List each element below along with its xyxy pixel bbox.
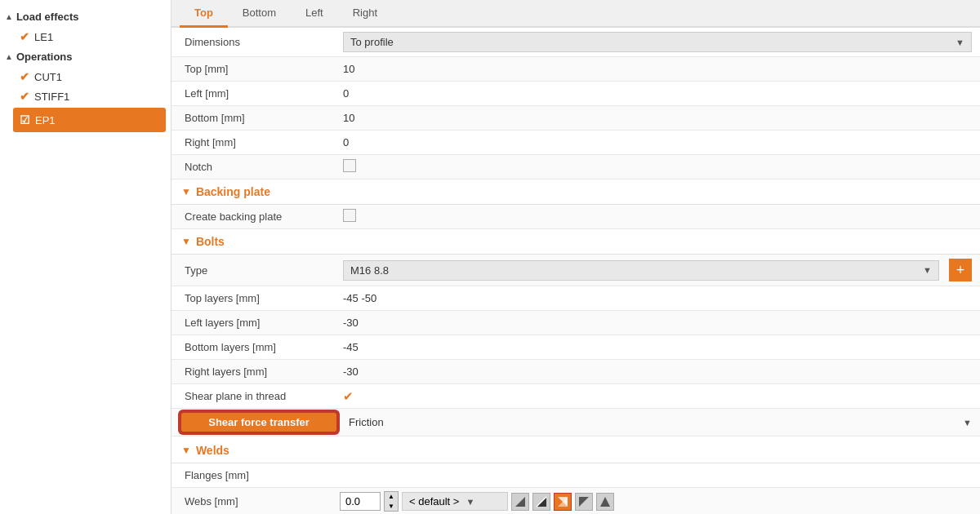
add-bolt-button[interactable]: + (949, 259, 972, 281)
sidebar-item-label-ep1: EP1 (35, 114, 56, 126)
create-backing-row: Create backing plate (172, 205, 980, 229)
create-backing-value (335, 205, 980, 228)
section-triangle-icon: ▼ (181, 186, 191, 197)
top-layers-label: Top layers [mm] (172, 287, 335, 309)
sidebar-section-operations: ▲ Operations ✔ CUT1 ✔ STIFF1 ☑ EP1 ➤ (0, 47, 171, 132)
right-label: Right [mm] (172, 131, 335, 153)
bolt-type-selected: M16 8.8 (350, 264, 389, 277)
arrow-icon: ▲ (5, 12, 13, 21)
sidebar-item-cut1[interactable]: ✔ CUT1 (0, 67, 171, 86)
bottom-row: Bottom [mm] 10 (172, 106, 980, 131)
backing-plate-title: Backing plate (196, 185, 270, 198)
bottom-layers-value[interactable]: -45 (335, 337, 980, 357)
section-triangle-welds-icon: ▼ (181, 445, 191, 456)
shear-force-arrow-icon: ▼ (963, 418, 972, 428)
right-layers-row: Right layers [mm] -30 (172, 360, 980, 384)
shear-plane-value: ✔ (335, 385, 980, 408)
bolt-type-arrow-icon: ▼ (923, 265, 932, 275)
bottom-value[interactable]: 10 (335, 108, 980, 128)
sidebar: ▲ Load effects ✔ LE1 ▲ Operations ✔ CUT1… (0, 0, 172, 514)
sidebar-group-operations[interactable]: ▲ Operations (0, 47, 171, 67)
backing-plate-section: ▼ Backing plate (172, 179, 980, 205)
sidebar-item-ep1[interactable]: ☑ EP1 ➤ (13, 108, 166, 132)
bottom-layers-row: Bottom layers [mm] -45 (172, 335, 980, 360)
tab-left[interactable]: Left (291, 0, 338, 28)
bolt-type-row: Type M16 8.8 ▼ + (172, 255, 980, 286)
bottom-label: Bottom [mm] (172, 107, 335, 129)
sidebar-group-load-effects[interactable]: ▲ Load effects (0, 7, 171, 27)
webs-stepper-down[interactable]: ▼ (385, 502, 398, 512)
notch-value (335, 155, 980, 179)
weld-icon-3[interactable] (554, 493, 572, 511)
bolt-type-label: Type (172, 259, 335, 281)
flanges-value[interactable] (335, 472, 980, 480)
webs-stepper-up[interactable]: ▲ (385, 492, 398, 502)
left-layers-label: Left layers [mm] (172, 312, 335, 334)
check-icon-stiff1: ✔ (20, 90, 29, 103)
svg-marker-5 (579, 497, 589, 507)
check-icon: ✔ (20, 30, 29, 43)
create-backing-checkbox[interactable] (343, 209, 356, 222)
right-layers-label: Right layers [mm] (172, 361, 335, 383)
tab-strip: Top Bottom Left Right (172, 0, 980, 28)
webs-input[interactable] (340, 492, 381, 511)
bolt-type-value: M16 8.8 ▼ + (335, 255, 980, 286)
shear-force-value: Friction ▼ (341, 412, 980, 432)
top-row: Top [mm] 10 (172, 57, 980, 82)
create-backing-label: Create backing plate (172, 206, 335, 228)
active-arrow-icon: ➤ (147, 111, 159, 129)
sidebar-item-label-cut1: CUT1 (34, 71, 62, 83)
notch-checkbox[interactable] (343, 159, 356, 172)
bolts-section: ▼ Bolts (172, 229, 980, 255)
dimensions-label: Dimensions (172, 31, 335, 53)
section-triangle-bolts-icon: ▼ (181, 236, 191, 247)
dimensions-selected: To profile (350, 36, 394, 48)
webs-row: Webs [mm] ▲ ▼ < default > ▼ (172, 488, 980, 514)
tab-top[interactable]: Top (180, 0, 228, 28)
right-value[interactable]: 0 (335, 132, 980, 153)
arrow-icon-ops: ▲ (5, 52, 13, 61)
dimensions-dropdown[interactable]: To profile ▼ (343, 32, 972, 52)
shear-force-transfer-button[interactable]: Shear force transfer (180, 411, 338, 433)
main-content: Top Bottom Left Right Dimensions To prof… (172, 0, 980, 514)
left-value[interactable]: 0 (335, 83, 980, 104)
shear-plane-row: Shear plane in thread ✔ (172, 384, 980, 409)
notch-label: Notch (172, 156, 335, 178)
tab-bottom[interactable]: Bottom (228, 0, 291, 28)
weld-icon-1[interactable] (511, 493, 529, 511)
shear-force-selected: Friction (349, 416, 384, 428)
weld-icon-5[interactable] (596, 493, 614, 511)
shear-force-row: Shear force transfer Friction ▼ (172, 409, 980, 436)
sidebar-item-stiff1[interactable]: ✔ STIFF1 (0, 86, 171, 106)
svg-marker-0 (515, 497, 525, 507)
properties-panel: Dimensions To profile ▼ Top [mm] 10 Left… (172, 28, 980, 514)
sidebar-item-label-stiff1: STIFF1 (34, 91, 69, 103)
sidebar-item-label: LE1 (34, 31, 53, 43)
check-icon-ep1: ☑ (20, 113, 30, 126)
welds-title: Welds (196, 444, 229, 457)
left-layers-row: Left layers [mm] -30 (172, 311, 980, 335)
weld-icons-group (511, 493, 614, 511)
bolt-type-dropdown[interactable]: M16 8.8 ▼ (343, 260, 939, 281)
dropdown-arrow-icon: ▼ (956, 38, 964, 47)
flanges-row: Flanges [mm] (172, 463, 980, 488)
top-value[interactable]: 10 (335, 59, 980, 79)
sidebar-item-le1[interactable]: ✔ LE1 (0, 27, 171, 47)
top-layers-value[interactable]: -45 -50 (335, 288, 980, 308)
webs-label: Webs [mm] (172, 490, 335, 512)
bottom-layers-label: Bottom layers [mm] (172, 336, 335, 358)
dimensions-row: Dimensions To profile ▼ (172, 28, 980, 57)
check-icon-cut1: ✔ (20, 70, 29, 83)
right-layers-value[interactable]: -30 (335, 361, 980, 382)
left-layers-value[interactable]: -30 (335, 312, 980, 333)
weld-icon-2[interactable] (532, 493, 550, 511)
welds-section: ▼ Welds (172, 438, 980, 463)
sidebar-group-label-ops: Operations (16, 51, 73, 63)
webs-type-dropdown[interactable]: < default > ▼ (402, 492, 508, 511)
bolts-title: Bolts (196, 235, 225, 248)
flanges-label: Flanges [mm] (172, 464, 335, 486)
weld-icon-4[interactable] (575, 493, 593, 511)
svg-marker-6 (600, 497, 610, 507)
tab-right[interactable]: Right (338, 0, 392, 28)
shear-plane-check-icon: ✔ (343, 389, 354, 403)
